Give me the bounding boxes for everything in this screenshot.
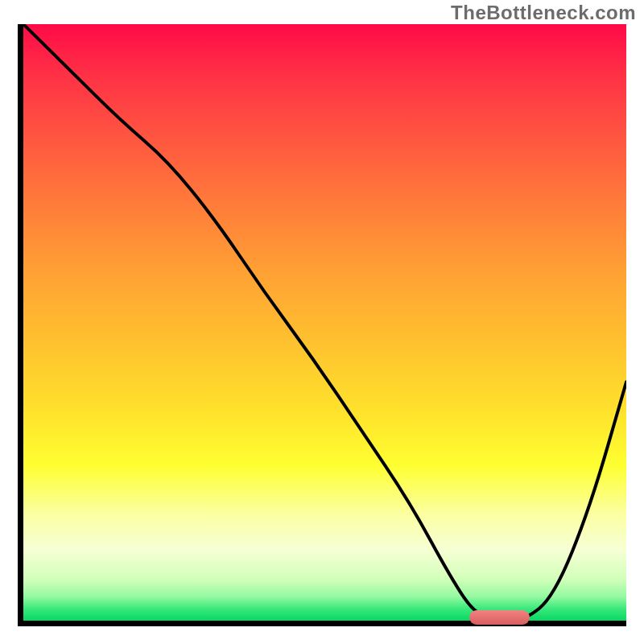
bottleneck-curve-path [23, 24, 626, 621]
watermark-text: TheBottleneck.com [451, 2, 636, 24]
bottleneck-curve-svg [23, 24, 626, 621]
chart-container: TheBottleneck.com [0, 0, 644, 644]
optimal-range-bar [469, 610, 530, 625]
plot-area [18, 24, 626, 626]
